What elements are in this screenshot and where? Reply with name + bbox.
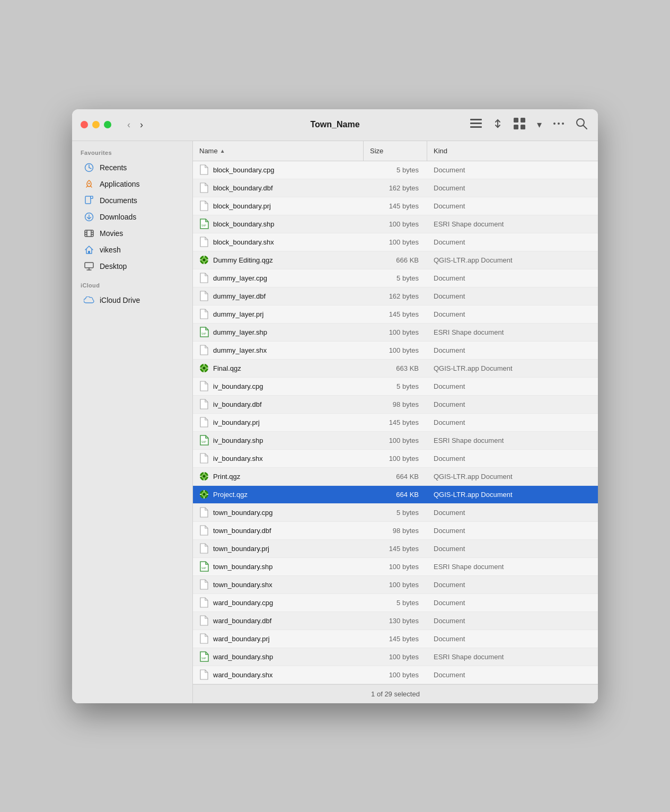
table-row[interactable]: Project.qgz 664 KB QGIS-LTR.app Document xyxy=(193,486,598,504)
search-icon[interactable] xyxy=(574,116,589,134)
sort-icon[interactable] xyxy=(491,117,504,133)
column-headers: Name ▲ Size Kind xyxy=(193,141,598,161)
file-name-cell: SHP block_boundary.shp xyxy=(193,219,364,229)
table-row[interactable]: block_boundary.prj 145 bytes Document xyxy=(193,197,598,215)
table-row[interactable]: iv_boundary.dbf 98 bytes Document xyxy=(193,396,598,414)
sidebar-item-desktop[interactable]: Desktop xyxy=(75,258,189,274)
svg-point-9 xyxy=(562,123,564,125)
file-size: 100 bytes xyxy=(364,563,427,571)
table-row[interactable]: iv_boundary.prj 145 bytes Document xyxy=(193,414,598,432)
file-kind: Document xyxy=(427,545,598,553)
table-row[interactable]: town_boundary.prj 145 bytes Document xyxy=(193,540,598,558)
table-row[interactable]: Dummy Editing.qgz 666 KB QGIS-LTR.app Do… xyxy=(193,251,598,269)
qgis-icon xyxy=(199,489,209,500)
table-row[interactable]: SHP town_boundary.shp 100 bytes ESRI Sha… xyxy=(193,558,598,576)
file-name-cell: Dummy Editing.qgz xyxy=(193,255,364,265)
sidebar-item-downloads[interactable]: Downloads xyxy=(75,209,189,225)
file-size: 162 bytes xyxy=(364,184,427,192)
list-view-icon[interactable] xyxy=(468,117,484,133)
table-row[interactable]: ward_boundary.prj 145 bytes Document xyxy=(193,630,598,648)
sidebar-item-applications[interactable]: Applications xyxy=(75,176,189,192)
file-name-cell: Print.qgz xyxy=(193,471,364,482)
chevron-down-icon[interactable]: ▾ xyxy=(535,117,544,133)
table-row[interactable]: ward_boundary.cpg 5 bytes Document xyxy=(193,594,598,612)
doc-icon xyxy=(199,615,209,626)
table-row[interactable]: SHP block_boundary.shp 100 bytes ESRI Sh… xyxy=(193,215,598,233)
sidebar-item-recents[interactable]: Recents xyxy=(75,160,189,176)
name-column-header[interactable]: Name ▲ xyxy=(193,141,364,161)
svg-text:SHP: SHP xyxy=(201,332,206,335)
sidebar-item-label: Desktop xyxy=(100,262,127,270)
table-row[interactable]: dummy_layer.dbf 162 bytes Document xyxy=(193,287,598,305)
doc-icon xyxy=(199,543,209,554)
file-name: block_boundary.dbf xyxy=(213,184,273,192)
table-row[interactable]: block_boundary.cpg 5 bytes Document xyxy=(193,161,598,179)
file-name: dummy_layer.shp xyxy=(213,328,267,336)
table-row[interactable]: town_boundary.shx 100 bytes Document xyxy=(193,576,598,594)
minimize-button[interactable] xyxy=(92,121,100,128)
desktop-icon xyxy=(84,261,94,272)
svg-text:SHP: SHP xyxy=(201,566,206,570)
file-kind: ESRI Shape document xyxy=(427,436,598,444)
doc-icon xyxy=(199,309,209,319)
table-row[interactable]: SHP dummy_layer.shp 100 bytes ESRI Shape… xyxy=(193,324,598,342)
content-area: Favourites Recents xyxy=(72,141,598,703)
table-row[interactable]: dummy_layer.cpg 5 bytes Document xyxy=(193,269,598,287)
file-name: ward_boundary.shp xyxy=(213,653,273,661)
table-row[interactable]: Print.qgz 664 KB QGIS-LTR.app Document xyxy=(193,468,598,486)
file-name-cell: ward_boundary.prj xyxy=(193,633,364,644)
table-row[interactable]: block_boundary.dbf 162 bytes Document xyxy=(193,179,598,197)
file-kind: Document xyxy=(427,202,598,210)
table-row[interactable]: SHP ward_boundary.shp 100 bytes ESRI Sha… xyxy=(193,648,598,666)
table-row[interactable]: SHP iv_boundary.shp 100 bytes ESRI Shape… xyxy=(193,432,598,450)
table-row[interactable]: ward_boundary.shx 100 bytes Document xyxy=(193,666,598,684)
sidebar-item-label: Documents xyxy=(100,196,137,205)
svg-text:SHP: SHP xyxy=(201,224,206,227)
file-name-cell: dummy_layer.dbf xyxy=(193,291,364,301)
doc-icon xyxy=(199,633,209,644)
file-name-cell: SHP dummy_layer.shp xyxy=(193,327,364,337)
back-button[interactable]: ‹ xyxy=(124,117,134,133)
file-size: 5 bytes xyxy=(364,509,427,517)
sidebar-item-movies[interactable]: Movies xyxy=(75,225,189,241)
svg-point-34 xyxy=(203,259,206,261)
file-size: 100 bytes xyxy=(364,238,427,246)
file-name-cell: ward_boundary.cpg xyxy=(193,597,364,608)
svg-rect-6 xyxy=(521,125,525,129)
grid-view-icon[interactable] xyxy=(512,116,527,134)
file-size: 100 bytes xyxy=(364,328,427,336)
file-name-cell: SHP town_boundary.shp xyxy=(193,561,364,572)
close-button[interactable] xyxy=(81,121,88,128)
file-name: Dummy Editing.qgz xyxy=(213,256,273,264)
file-size: 663 KB xyxy=(364,364,427,372)
file-kind: Document xyxy=(427,671,598,679)
table-row[interactable]: dummy_layer.shx 100 bytes Document xyxy=(193,342,598,360)
sidebar-item-icloud-drive[interactable]: iCloud Drive xyxy=(75,292,189,308)
svg-rect-27 xyxy=(88,251,90,254)
table-row[interactable]: ward_boundary.dbf 130 bytes Document xyxy=(193,612,598,630)
sidebar-item-label: Movies xyxy=(100,229,123,238)
sidebar-item-vikesh[interactable]: vikesh xyxy=(75,242,189,258)
file-name: block_boundary.shp xyxy=(213,220,274,228)
forward-button[interactable]: › xyxy=(137,117,146,133)
svg-point-7 xyxy=(553,123,556,125)
table-row[interactable]: block_boundary.shx 100 bytes Document xyxy=(193,233,598,251)
table-row[interactable]: Final.qgz 663 KB QGIS-LTR.app Document xyxy=(193,360,598,378)
file-name-cell: ward_boundary.dbf xyxy=(193,615,364,626)
svg-point-45 xyxy=(203,493,206,496)
file-name: iv_boundary.dbf xyxy=(213,400,262,408)
table-row[interactable]: iv_boundary.shx 100 bytes Document xyxy=(193,450,598,468)
table-row[interactable]: iv_boundary.cpg 5 bytes Document xyxy=(193,378,598,396)
kind-column-header[interactable]: Kind xyxy=(427,141,598,161)
file-size: 664 KB xyxy=(364,491,427,499)
file-size: 145 bytes xyxy=(364,418,427,426)
svg-text:SHP: SHP xyxy=(201,440,206,443)
maximize-button[interactable] xyxy=(104,121,111,128)
table-row[interactable]: town_boundary.dbf 98 bytes Document xyxy=(193,522,598,540)
more-icon[interactable] xyxy=(551,116,566,134)
table-row[interactable]: town_boundary.cpg 5 bytes Document xyxy=(193,504,598,522)
file-name: iv_boundary.cpg xyxy=(213,382,263,390)
table-row[interactable]: dummy_layer.prj 145 bytes Document xyxy=(193,305,598,324)
size-column-header[interactable]: Size xyxy=(364,141,427,161)
sidebar-item-documents[interactable]: Documents xyxy=(75,193,189,208)
